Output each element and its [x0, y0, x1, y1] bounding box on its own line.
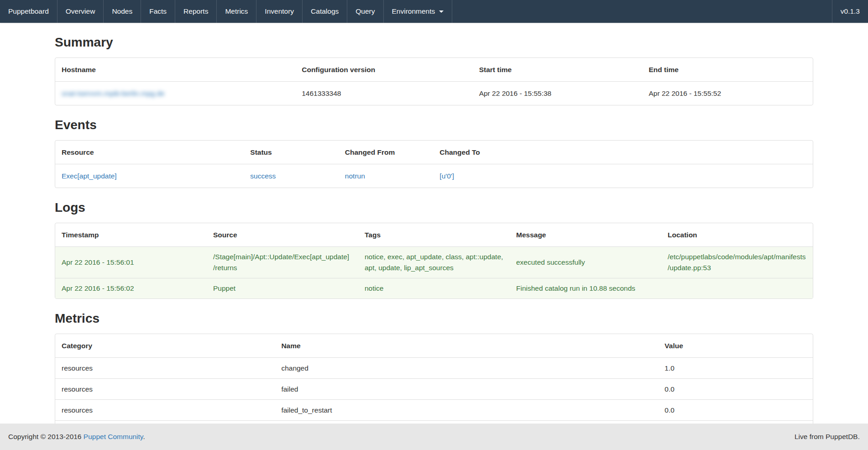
navbar-brand-puppetboard[interactable]: Puppetboard [0, 0, 58, 23]
events-heading: Events [55, 117, 813, 133]
log-row: Apr 22 2016 - 15:56:01 /Stage[main]/Apt:… [55, 247, 813, 278]
events-col-changed-to: Changed To [433, 141, 813, 164]
logs-col-location: Location [661, 223, 813, 247]
events-header-row: Resource Status Changed From Changed To [55, 141, 813, 164]
events-table-panel: Resource Status Changed From Changed To … [55, 140, 813, 188]
metric-category: resources [55, 358, 275, 379]
events-table: Resource Status Changed From Changed To … [55, 141, 813, 188]
event-row: Exec[apt_update] success notrun [u'0'] [55, 164, 813, 188]
summary-header-row: Hostname Configuration version Start tim… [55, 58, 813, 82]
puppetdb-status-text: Live from PuppetDB. [795, 433, 860, 441]
metric-category: resources [55, 379, 275, 400]
logs-table: Timestamp Source Tags Message Location A… [55, 223, 813, 298]
metric-row: resources changed 1.0 [55, 358, 813, 379]
events-col-changed-from: Changed From [339, 141, 434, 164]
metric-name: failed [275, 379, 658, 400]
puppet-community-link[interactable]: Puppet Community [84, 433, 143, 440]
nav-item-nodes[interactable]: Nodes [104, 0, 141, 23]
summary-col-configuration-version: Configuration version [295, 58, 472, 82]
configuration-version-value: 1461333348 [295, 82, 472, 105]
log-row: Apr 22 2016 - 15:56:02 Puppet notice Fin… [55, 278, 813, 299]
metrics-header-row: Category Name Value [55, 334, 813, 358]
log-message: Finished catalog run in 10.88 seconds [510, 278, 661, 299]
nav-dropdown-environments[interactable]: Environments [384, 0, 453, 23]
metrics-col-value: Value [658, 334, 813, 358]
nav-item-facts[interactable]: Facts [141, 0, 175, 23]
page-footer: Copyright © 2013-2016 Puppet Community. … [0, 424, 868, 450]
navbar-left-group: Puppetboard Overview Nodes Facts Reports… [0, 0, 452, 23]
log-source: Puppet [207, 278, 358, 299]
logs-col-timestamp: Timestamp [55, 223, 207, 247]
main-content: Summary Hostname Configuration version S… [55, 35, 813, 437]
event-status-link[interactable]: success [250, 172, 276, 180]
copyright-prefix: Copyright © 2013-2016 [8, 433, 84, 440]
metric-category: resources [55, 400, 275, 421]
log-source: /Stage[main]/Apt::Update/Exec[apt_update… [207, 247, 358, 278]
start-time-value: Apr 22 2016 - 15:55:38 [473, 82, 643, 105]
log-location [661, 278, 813, 299]
summary-table-panel: Hostname Configuration version Start tim… [55, 58, 813, 105]
top-navbar: Puppetboard Overview Nodes Facts Reports… [0, 0, 868, 23]
nav-item-inventory[interactable]: Inventory [256, 0, 303, 23]
nav-item-overview[interactable]: Overview [58, 0, 104, 23]
logs-col-tags: Tags [358, 223, 510, 247]
logs-col-message: Message [510, 223, 661, 247]
log-tags: notice [358, 278, 510, 299]
environments-label: Environments [392, 7, 435, 16]
summary-table: Hostname Configuration version Start tim… [55, 58, 813, 105]
metrics-heading: Metrics [55, 311, 813, 326]
metric-value: 1.0 [658, 358, 813, 379]
log-tags: notice, exec, apt_update, class, apt::up… [358, 247, 510, 278]
logs-header-row: Timestamp Source Tags Message Location [55, 223, 813, 247]
copyright-suffix: . [143, 433, 145, 440]
log-message: executed successfully [510, 247, 661, 278]
metrics-col-name: Name [275, 334, 658, 358]
log-timestamp: Apr 22 2016 - 15:56:02 [55, 278, 207, 299]
metrics-table: Category Name Value resources changed 1.… [55, 334, 813, 436]
chevron-down-icon [439, 10, 444, 13]
event-resource-link[interactable]: Exec[apt_update] [62, 172, 117, 180]
metric-value: 0.0 [658, 379, 813, 400]
metric-row: resources failed_to_restart 0.0 [55, 400, 813, 421]
nav-item-catalogs[interactable]: Catalogs [303, 0, 347, 23]
copyright-text: Copyright © 2013-2016 Puppet Community. [8, 433, 145, 441]
events-col-resource: Resource [55, 141, 244, 164]
metrics-col-category: Category [55, 334, 275, 358]
logs-col-source: Source [207, 223, 358, 247]
events-col-status: Status [244, 141, 339, 164]
summary-col-end-time: End time [642, 58, 813, 82]
metric-value: 0.0 [658, 400, 813, 421]
metric-row: resources failed 0.0 [55, 379, 813, 400]
event-changed-to-link[interactable]: [u'0'] [439, 172, 454, 180]
summary-col-hostname: Hostname [55, 58, 295, 82]
end-time-value: Apr 22 2016 - 15:55:52 [642, 82, 813, 105]
logs-heading: Logs [55, 200, 813, 215]
app-version-badge: v0.1.3 [832, 0, 868, 23]
log-timestamp: Apr 22 2016 - 15:56:01 [55, 247, 207, 278]
nav-item-reports[interactable]: Reports [175, 0, 217, 23]
metric-name: changed [275, 358, 658, 379]
summary-row: snat-tservvm.mpib-berlin.mpg.de 14613333… [55, 82, 813, 105]
logs-table-panel: Timestamp Source Tags Message Location A… [55, 223, 813, 299]
metric-name: failed_to_restart [275, 400, 658, 421]
summary-col-start-time: Start time [473, 58, 643, 82]
nav-item-metrics[interactable]: Metrics [217, 0, 256, 23]
log-location: /etc/puppetlabs/code/modules/apt/manifes… [661, 247, 813, 278]
metrics-table-panel: Category Name Value resources changed 1.… [55, 334, 813, 437]
summary-heading: Summary [55, 35, 813, 50]
event-changed-from-link[interactable]: notrun [345, 172, 365, 180]
nav-item-query[interactable]: Query [347, 0, 383, 23]
hostname-link-redacted[interactable]: snat-tservvm.mpib-berlin.mpg.de [62, 89, 165, 97]
